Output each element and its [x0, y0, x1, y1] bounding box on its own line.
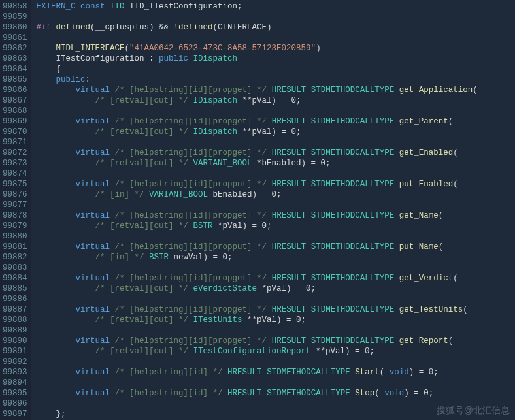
line-number-gutter: 9985899859998609986199862998639986499865… — [0, 0, 31, 420]
line-number: 99864 — [3, 64, 27, 74]
line-number: 99881 — [3, 242, 27, 252]
line-number: 99896 — [3, 398, 27, 409]
code-line: /* [in] */ VARIANT_BOOL bEnabled) = 0; — [37, 189, 515, 200]
line-number: 99863 — [3, 54, 27, 64]
line-number: 99882 — [3, 252, 27, 263]
line-number: 99887 — [3, 304, 27, 315]
line-number: 99876 — [3, 189, 27, 200]
code-line: /* [retval][out] */ eVerdictState *pVal)… — [37, 283, 515, 294]
code-content[interactable]: EXTERN_C const IID IID_ITestConfiguratio… — [31, 0, 515, 420]
code-line: EXTERN_C const IID IID_ITestConfiguratio… — [37, 1, 515, 12]
line-number: 99883 — [3, 263, 27, 273]
code-line — [37, 33, 515, 43]
code-line — [37, 231, 515, 242]
code-line: #if defined(__cplusplus) && !defined(CIN… — [37, 22, 515, 33]
line-number: 99888 — [3, 315, 27, 325]
code-line: virtual /* [helpstring][id][propget] */ … — [37, 116, 515, 127]
line-number: 99884 — [3, 273, 27, 283]
code-editor: 9985899859998609986199862998639986499865… — [0, 0, 515, 420]
line-number: 99861 — [3, 33, 27, 43]
code-line: virtual /* [helpstring][id][propput] */ … — [37, 179, 515, 189]
code-line: virtual /* [helpstring][id][propget] */ … — [37, 273, 515, 283]
code-line: }; — [37, 409, 515, 419]
code-line: /* [retval][out] */ IDispatch **pVal) = … — [37, 127, 515, 137]
code-line — [37, 137, 515, 148]
code-line: { — [37, 64, 515, 74]
code-line — [37, 398, 515, 409]
code-line: ITestConfiguration : public IDispatch — [37, 54, 515, 64]
code-line — [37, 12, 515, 22]
code-line: /* [retval][out] */ ITestUnits **pVal) =… — [37, 315, 515, 325]
code-line — [37, 294, 515, 304]
code-line: virtual /* [helpstring][id][propget] */ … — [37, 336, 515, 346]
line-number: 99859 — [3, 12, 27, 22]
line-number: 99893 — [3, 367, 27, 378]
line-number: 99875 — [3, 179, 27, 189]
code-line — [37, 169, 515, 179]
code-line: MIDL_INTERFACE("41AA0642-6523-473C-8A58-… — [37, 43, 515, 54]
code-line: virtual /* [helpstring][id][propget] */ … — [37, 304, 515, 315]
line-number: 99891 — [3, 346, 27, 357]
line-number: 99879 — [3, 221, 27, 231]
code-line: virtual /* [helpstring][id][propget] */ … — [37, 210, 515, 221]
line-number: 99867 — [3, 95, 27, 106]
line-number: 99872 — [3, 148, 27, 158]
code-line: /* [retval][out] */ IDispatch **pVal) = … — [37, 95, 515, 106]
line-number: 99862 — [3, 43, 27, 54]
code-line: virtual /* [helpstring][id][propget] */ … — [37, 85, 515, 95]
line-number: 99866 — [3, 85, 27, 95]
code-line — [37, 106, 515, 116]
line-number: 99890 — [3, 336, 27, 346]
code-line — [37, 378, 515, 388]
line-number: 99869 — [3, 116, 27, 127]
code-line: /* [retval][out] */ BSTR *pVal) = 0; — [37, 221, 515, 231]
code-line: virtual /* [helpstring][id][propget] */ … — [37, 148, 515, 158]
code-line — [37, 325, 515, 336]
line-number: 99870 — [3, 127, 27, 137]
code-line: virtual /* [helpstring][id][propput] */ … — [37, 242, 515, 252]
line-number: 99873 — [3, 158, 27, 169]
code-line — [37, 357, 515, 367]
line-number: 99865 — [3, 74, 27, 85]
line-number: 99878 — [3, 210, 27, 221]
code-line — [37, 263, 515, 273]
code-line: virtual /* [helpstring][id] */ HRESULT S… — [37, 367, 515, 378]
code-line: /* [in] */ BSTR newVal) = 0; — [37, 252, 515, 263]
line-number: 99894 — [3, 378, 27, 388]
code-line — [37, 200, 515, 210]
line-number: 99885 — [3, 283, 27, 294]
line-number: 99892 — [3, 357, 27, 367]
code-line: public: — [37, 74, 515, 85]
line-number: 99868 — [3, 106, 27, 116]
line-number: 99860 — [3, 22, 27, 33]
code-line: /* [retval][out] */ ITestConfigurationRe… — [37, 346, 515, 357]
line-number: 99895 — [3, 388, 27, 398]
line-number: 99897 — [3, 409, 27, 419]
line-number: 99871 — [3, 137, 27, 148]
line-number: 99858 — [3, 1, 27, 12]
line-number: 99880 — [3, 231, 27, 242]
code-line: /* [retval][out] */ VARIANT_BOOL *bEnabl… — [37, 158, 515, 169]
code-line: virtual /* [helpstring][id] */ HRESULT S… — [37, 388, 515, 398]
line-number: 99886 — [3, 294, 27, 304]
line-number: 99877 — [3, 200, 27, 210]
line-number: 99874 — [3, 169, 27, 179]
line-number: 99889 — [3, 325, 27, 336]
